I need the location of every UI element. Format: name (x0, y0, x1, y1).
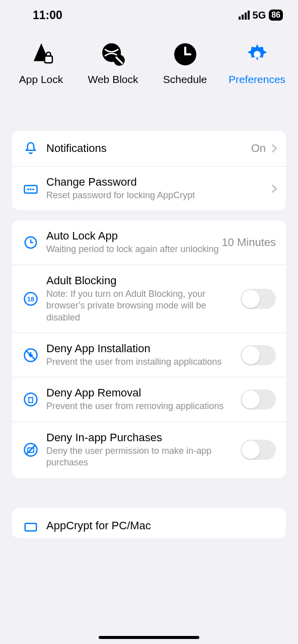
row-deny-iap: Deny In-app Purchases Deny the user perm… (12, 422, 286, 478)
adult-blocking-toggle[interactable] (241, 289, 276, 309)
bell-icon (22, 140, 39, 157)
svg-rect-19 (25, 523, 37, 531)
row-deny-remove: Deny App Removal Prevent the user from r… (12, 377, 286, 422)
svg-text:18: 18 (27, 296, 34, 303)
autolock-subtitle: Waiting period to lock again after unloc… (46, 244, 221, 255)
tab-web-block[interactable]: Web Block (78, 40, 148, 86)
tab-preferences[interactable]: Preferences (222, 40, 292, 86)
no-download-icon (22, 347, 39, 364)
svg-point-15 (25, 393, 37, 406)
row-pc-mac[interactable]: AppCrypt for PC/Mac (12, 508, 286, 538)
denyinstall-subtitle: Prevent the user from installing applica… (46, 356, 241, 368)
clock-icon (22, 234, 39, 251)
denyinstall-title: Deny App Installation (46, 342, 241, 355)
svg-point-8 (30, 188, 32, 190)
signal-icon (239, 11, 250, 20)
tab-app-lock[interactable]: App Lock (6, 40, 77, 86)
status-right: 5G 86 (239, 10, 283, 21)
no-purchase-icon (22, 441, 39, 458)
autolock-title: Auto Lock App (46, 229, 221, 243)
adult-title: Adult Blocking (46, 274, 241, 287)
svg-point-9 (32, 188, 34, 190)
password-subtitle: Reset password for locking AppCrypt (46, 190, 270, 201)
row-auto-lock[interactable]: Auto Lock App Waiting period to lock aga… (12, 220, 286, 265)
denyremove-subtitle: Prevent the user from removing applicati… (46, 400, 241, 412)
settings-card-account: Notifications On Change Password Reset p… (12, 131, 286, 210)
battery-icon: 86 (269, 10, 283, 21)
svg-point-7 (27, 188, 29, 190)
cellular-label: 5G (253, 10, 266, 21)
tab-label: Web Block (88, 73, 138, 86)
deny-install-toggle[interactable] (241, 345, 276, 365)
password-icon (22, 180, 39, 197)
denyiap-title: Deny In-app Purchases (46, 431, 241, 444)
status-bar: 11:00 5G 86 (0, 0, 298, 30)
row-change-password[interactable]: Change Password Reset password for locki… (12, 167, 286, 210)
tab-label: App Lock (19, 73, 63, 86)
no-trash-icon (22, 391, 39, 408)
app-lock-icon (27, 40, 55, 68)
web-block-icon (99, 40, 127, 68)
preferences-icon (243, 40, 271, 68)
denyiap-subtitle: Deny the user permission to make in-app … (46, 445, 241, 469)
row-deny-install: Deny App Installation Prevent the user f… (12, 333, 286, 377)
chevron-right-icon (269, 144, 277, 153)
row-notifications[interactable]: Notifications On (12, 131, 286, 167)
svg-rect-0 (44, 56, 52, 63)
autolock-value: 10 Minutes (221, 236, 276, 249)
notifications-value: On (251, 142, 266, 155)
chevron-right-icon (269, 184, 277, 193)
deny-iap-toggle[interactable] (241, 440, 276, 460)
deny-remove-toggle[interactable] (241, 389, 276, 410)
status-time: 11:00 (33, 9, 62, 22)
settings-card-restrictions: Auto Lock App Waiting period to lock aga… (12, 220, 286, 477)
top-tabs: App Lock Web Block Schedule Preferences (0, 30, 298, 91)
pcmac-title: AppCrypt for PC/Mac (46, 519, 276, 532)
settings-card-desktop: AppCrypt for PC/Mac (12, 508, 286, 538)
tab-schedule[interactable]: Schedule (150, 40, 220, 86)
svg-point-5 (254, 51, 261, 58)
tab-label: Preferences (229, 73, 285, 86)
denyremove-title: Deny App Removal (46, 386, 241, 399)
password-title: Change Password (46, 176, 270, 189)
age-18-icon: 18 (22, 290, 39, 307)
home-indicator[interactable] (99, 636, 199, 639)
desktop-icon (22, 519, 39, 536)
tab-label: Schedule (163, 73, 207, 86)
row-adult-blocking: 18 Adult Blocking Note: If you turn on A… (12, 265, 286, 333)
notifications-title: Notifications (46, 142, 251, 155)
adult-subtitle: Note: If you turn on Adult Blocking, you… (46, 288, 241, 324)
schedule-icon (171, 40, 199, 68)
